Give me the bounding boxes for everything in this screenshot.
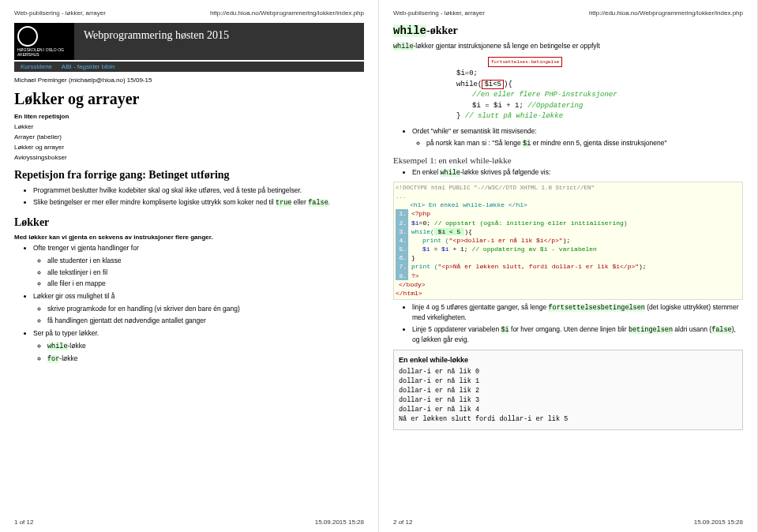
output-line: dollar-i er nå lik 4 — [399, 406, 737, 415]
list-item: Slike betingelser er mer eller mindre ko… — [33, 198, 364, 208]
lokker-list: Ofte trenger vi gjenta handlinger for al… — [14, 244, 364, 365]
output-box: En enkel while-løkke dollar-i er nå lik … — [393, 350, 743, 430]
list-item: for-løkke — [47, 354, 364, 365]
list-item: Ofte trenger vi gjenta handlinger for al… — [33, 244, 364, 290]
code-line: $i = $i + 1; //Oppdatering — [472, 101, 743, 112]
example-intro-list: En enkel while-løkke skrives på følgende… — [393, 168, 743, 178]
banner-nav: Kurssidene ABI - fagsider bibin — [14, 62, 364, 72]
page-date: 15.09.2015 15:28 — [694, 519, 743, 526]
list-item: Linje 5 oppdaterer variabelen $i for hve… — [412, 325, 743, 345]
page2-header: Web-publisering - løkker, arrayer http:/… — [393, 9, 743, 17]
hdr-url: http://edu.hioa.no/Webprogrammering/lokk… — [589, 9, 743, 17]
list-item: alle filer i en mappe — [47, 279, 364, 289]
lokker-sub: Med løkker kan vi gjenta en sekvens av i… — [14, 234, 364, 241]
page-date: 15.09.2015 15:28 — [315, 519, 364, 526]
page-num: 1 of 12 — [14, 519, 33, 526]
intro-sub: En liten repetisjon — [14, 113, 364, 120]
course-banner: HØGSKOLEN I OSLO OG AKERSHUS Webprogramm… — [14, 23, 364, 60]
code-line: while($i<5){ — [456, 80, 743, 91]
nav-abi[interactable]: ABI - fagsider bibin — [62, 63, 115, 70]
dots: ... — [396, 193, 741, 201]
list-item: En enkel while-løkke skrives på følgende… — [412, 168, 743, 178]
code-line: </html> — [396, 289, 741, 298]
hdr-url: http://edu.hioa.no/Webprogrammering/lokk… — [210, 9, 364, 17]
banner-title: Webprogrammering høsten 2015 — [74, 23, 364, 60]
page-1: Web-publisering - løkker, arrayer http:/… — [0, 0, 379, 532]
hdr-title: Web-publisering - løkker, arrayer — [14, 9, 106, 17]
code-listing: <!DOCTYPE html PUBLIC "-//W3C//DTD XHTML… — [393, 182, 743, 300]
code-line: } // slutt på while-løkke — [456, 111, 743, 122]
code-line: 5.$i = $i + 1; // oppdatering av $i - va… — [396, 245, 741, 253]
toc-lokker[interactable]: Løkker — [14, 123, 364, 130]
list-item: Programmet beslutter hvilke kodebiter sk… — [33, 186, 364, 196]
output-title: En enkel while-løkke — [399, 355, 737, 365]
nav-courses[interactable]: Kurssidene — [21, 63, 52, 70]
code-line: $i=0; — [456, 69, 743, 80]
list-item: skrive programkode for en handling (vi s… — [47, 305, 364, 314]
code-line: 3.while( $i < 5 ){ — [396, 227, 741, 236]
section-while: while-økker — [393, 24, 743, 37]
hioa-logo: HØGSKOLEN I OSLO OG AKERSHUS — [14, 23, 74, 60]
page2-footer: 2 of 12 15.09.2015 15:28 — [393, 519, 743, 526]
output-line: dollar-i er nå lik 2 — [399, 387, 737, 396]
code-line: 6.} — [396, 253, 741, 262]
code-line: 1.<?php — [396, 209, 741, 218]
hdr-title: Web-publisering - løkker, arrayer — [393, 9, 485, 17]
logo-text: HØGSKOLEN I OSLO OG AKERSHUS — [17, 48, 71, 57]
output-line: dollar-i er nå lik 1 — [399, 377, 737, 387]
list-item: while-løkke — [47, 342, 364, 352]
code-comment: //en eller flere PHP-instruksjoner — [472, 90, 743, 101]
output-line: Nå er løkken slutt fordi dollar-i er lik… — [399, 415, 737, 425]
while-pseudocode: fortsettelses-betingelse $i=0; while($i<… — [456, 57, 743, 122]
example-title: Eksempel 1: en enkel while-løkke — [393, 155, 743, 165]
section-lokker: Løkker — [14, 216, 364, 229]
list-item: linje 4 og 5 utføres gjentatte ganger, s… — [412, 303, 743, 323]
page1-footer: 1 of 12 15.09.2015 15:28 — [14, 519, 364, 526]
list-item: på norsk kan man si : "Så lenge $i er mi… — [426, 139, 743, 149]
rep-list: Programmet beslutter hvilke kodebiter sk… — [14, 186, 364, 208]
page-title: Løkker og arrayer — [14, 90, 364, 108]
section-repetisjon: Repetisjon fra forrige gang: Betinget ut… — [14, 169, 364, 182]
page1-header: Web-publisering - løkker, arrayer http:/… — [14, 9, 364, 17]
toc-avkryssing[interactable]: Avkryssingsbokser — [14, 154, 364, 161]
condition-label: fortsettelses-betingelse — [488, 57, 562, 67]
output-line: dollar-i er nå lik 0 — [399, 368, 737, 377]
logo-circle-icon — [17, 26, 38, 47]
toc-links: Løkker Arrayer (tabeller) Løkker og arra… — [14, 123, 364, 161]
page-2: Web-publisering - løkker, arrayer http:/… — [379, 0, 758, 532]
page-num: 2 of 12 — [393, 519, 412, 526]
code-line: </body> — [399, 280, 741, 289]
list-item: Ordet "while" er semantisk litt misvisen… — [412, 127, 743, 150]
toc-lokker-arrayer[interactable]: Løkker og arrayer — [14, 144, 364, 151]
code-line: 2.$i=0; // oppstart (også: initiering el… — [396, 219, 741, 227]
code-line: 7.print ("<p>Nå er løkken slutt, fordi d… — [396, 262, 741, 271]
output-line: dollar-i er nå lik 3 — [399, 396, 737, 406]
byline: Michael Preminger (michaelp@hioa.no) 15/… — [14, 77, 364, 84]
list-item: alle studenter i en klasse — [47, 257, 364, 266]
two-page-spread: Web-publisering - løkker, arrayer http:/… — [0, 0, 758, 532]
code-line: <h1> En enkel while-løkke </h1> — [410, 200, 741, 209]
doctype-line: <!DOCTYPE html PUBLIC "-//W3C//DTD XHTML… — [396, 184, 741, 193]
list-item: alle tekstlinjer i en fil — [47, 268, 364, 278]
while-intro: while-løkker gjentar instruksjonene så l… — [393, 42, 743, 51]
code-line: 8.?> — [396, 272, 741, 280]
toc-arrayer[interactable]: Arrayer (tabeller) — [14, 133, 364, 140]
list-item: Ser på to typer løkker. while-løkke for-… — [33, 329, 364, 365]
while-notes: Ordet "while" er semantisk litt misvisen… — [393, 127, 743, 150]
code-line: 4.print ("<p>dollar-i er nå lik $i</p>")… — [396, 236, 741, 245]
code-notes: linje 4 og 5 utføres gjentatte ganger, s… — [393, 303, 743, 345]
list-item: få handlingen gjentatt det nødvendige an… — [47, 317, 364, 326]
list-item: Løkker gir oss mulighet til å skrive pro… — [33, 292, 364, 326]
